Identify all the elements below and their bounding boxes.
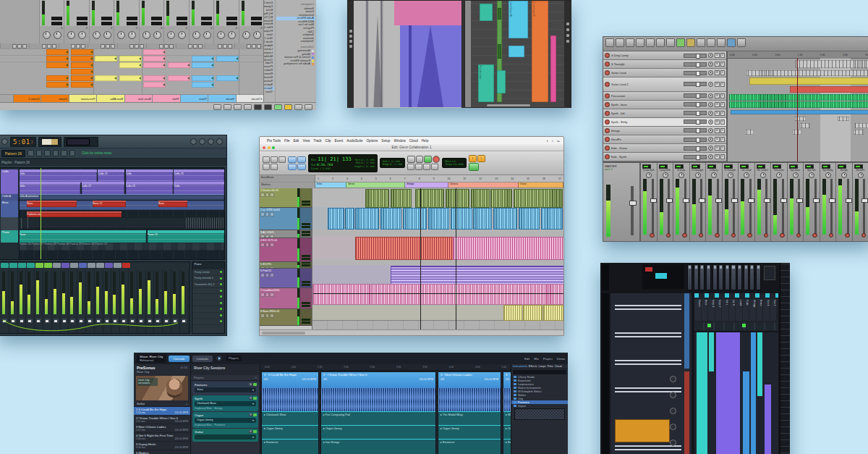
channel-fader[interactable] <box>684 179 686 235</box>
menu-item[interactable]: AudioSuite <box>346 139 362 143</box>
session-clip[interactable] <box>95 56 118 62</box>
mute-button[interactable]: M <box>715 82 720 87</box>
delay-compensation-warning-button[interactable]: ! <box>477 155 485 162</box>
mixer-channel-tab[interactable] <box>35 263 43 268</box>
mixer-channel-tab[interactable] <box>122 263 130 268</box>
media-item[interactable] <box>854 130 864 135</box>
minimize-icon[interactable] <box>268 146 271 149</box>
pan-knob[interactable] <box>708 137 714 143</box>
record-arm-icon[interactable] <box>605 53 610 58</box>
clip[interactable] <box>543 305 563 321</box>
track-volume-fader[interactable] <box>684 155 707 159</box>
mixer-strip[interactable] <box>756 264 761 290</box>
project-region[interactable] <box>615 445 681 450</box>
inspector-knob[interactable] <box>670 440 676 446</box>
pan-knob[interactable] <box>708 119 714 125</box>
session-clip[interactable] <box>47 82 69 88</box>
guitar-clip-row[interactable]: ▸ Iron Strings <box>321 439 435 454</box>
playlist-track-tab[interactable]: Bass <box>1 201 18 217</box>
mixer-channel-tab[interactable] <box>96 263 104 268</box>
track-name-chip[interactable]: Drums 2 <box>13 95 41 102</box>
mixer-channel-strip[interactable]: Syn bass <box>788 163 804 241</box>
mixer-channel-strip[interactable]: G Barry <box>706 163 723 241</box>
record-button[interactable] <box>433 156 441 164</box>
clip[interactable] <box>312 284 564 305</box>
io-inserts-cell[interactable] <box>299 269 312 287</box>
media-item[interactable] <box>731 110 868 114</box>
song-block[interactable]: 1 · It Could Be the Hope 4/4120.00 BPM ▸… <box>261 371 319 454</box>
menu-item[interactable]: Cloud <box>409 139 418 143</box>
return-to-zero-button[interactable] <box>415 164 422 170</box>
send-b-knob[interactable] <box>117 31 125 39</box>
fx-enable-dot[interactable] <box>220 290 222 292</box>
clip[interactable] <box>541 208 563 230</box>
send-a-knob[interactable] <box>128 31 136 39</box>
ripple-edit-icon[interactable] <box>697 38 705 47</box>
channel-pan-knob[interactable] <box>728 172 733 178</box>
mixer-channel-strip[interactable]: Long RVb <box>658 163 674 241</box>
media-item[interactable] <box>794 117 806 121</box>
setlist-song-row[interactable]: 2 I Know Trouble When I See It 4:11 min1… <box>134 416 190 424</box>
mute-button[interactable]: M <box>715 137 720 142</box>
fx-enable-dot[interactable] <box>220 314 222 316</box>
guitar-clip-row[interactable]: ▸ Existence <box>503 439 511 454</box>
pan-knob[interactable] <box>708 102 714 108</box>
track-name[interactable]: 6 Pad 01 <box>260 269 271 272</box>
organ-clip-row[interactable]: ▸ Organ Jimmy <box>438 425 501 439</box>
track-header[interactable]: 1 Drums 01-01 <box>260 188 312 208</box>
record-arm-icon[interactable] <box>780 233 785 238</box>
track-name-chip[interactable]: 4 Vocals <box>236 95 264 102</box>
stop-button[interactable] <box>264 104 272 110</box>
zoom-icon[interactable] <box>566 34 569 37</box>
track-name-chip[interactable]: Percussion <box>69 95 97 102</box>
setlist-song-row[interactable]: 5 Drying Heels 3:50 min120.00 BPM <box>134 442 190 450</box>
clip[interactable] <box>473 208 492 230</box>
shuffle-mode-button[interactable] <box>288 156 297 163</box>
metronome-icon[interactable] <box>717 38 726 47</box>
loop-button[interactable] <box>407 164 414 170</box>
channel-pan-knob[interactable] <box>663 172 668 178</box>
player-card[interactable]: M Features Voice▾ <box>192 382 258 395</box>
monitor-button[interactable] <box>253 413 257 416</box>
solo-button[interactable] <box>265 314 270 318</box>
monitor-button[interactable] <box>253 397 257 400</box>
media-item[interactable] <box>729 94 868 101</box>
channel-pan-knob[interactable] <box>695 172 701 178</box>
io-inserts-cell[interactable] <box>299 188 312 207</box>
media-item[interactable] <box>796 60 868 68</box>
top-bar-button[interactable]: Mix <box>534 357 539 361</box>
docker-toggle-icon[interactable] <box>737 38 746 47</box>
metronome-icon[interactable] <box>199 138 205 145</box>
media-item[interactable] <box>838 117 849 121</box>
fx-slot[interactable] <box>192 300 224 307</box>
arranger-clip[interactable] <box>550 35 556 102</box>
audio-waveform-row[interactable] <box>262 388 318 411</box>
tab-controls[interactable]: Controls <box>192 356 213 362</box>
inspector-knob[interactable] <box>670 376 676 382</box>
channel-pan-knob[interactable] <box>825 172 831 178</box>
vertical-track-name[interactable]: Brass <box>757 299 763 321</box>
patch-selector[interactable]: Voice▾ <box>195 387 256 392</box>
track-volume-fader[interactable] <box>684 54 707 58</box>
synth-clip-row[interactable]: ▸ West Optional Strings <box>503 411 511 425</box>
record-arm-icon[interactable] <box>731 233 736 238</box>
play-button[interactable] <box>424 156 432 164</box>
arranger-clip[interactable]: Dark Bass Mx <box>509 1 528 38</box>
status-icon[interactable]: ≔ <box>556 139 560 143</box>
session-clip[interactable] <box>47 62 69 68</box>
play-icon[interactable] <box>566 22 569 25</box>
menu-item[interactable]: Window <box>393 139 405 143</box>
record-arm-icon[interactable] <box>605 119 610 125</box>
scissors-tool-icon[interactable] <box>349 40 352 43</box>
fx-enable-dot[interactable] <box>220 283 222 285</box>
solo-button[interactable] <box>252 44 257 49</box>
arm-button[interactable] <box>42 44 46 49</box>
browser-tab[interactable]: Cloud <box>555 365 562 368</box>
pan-knob[interactable] <box>708 82 714 88</box>
record-arm-button[interactable] <box>260 273 265 277</box>
tempo-tap-icon[interactable] <box>69 150 76 156</box>
marker-segment[interactable]: Verse <box>346 182 405 188</box>
stop-button[interactable] <box>416 156 424 164</box>
clip[interactable] <box>471 189 490 208</box>
clip[interactable] <box>391 266 564 285</box>
